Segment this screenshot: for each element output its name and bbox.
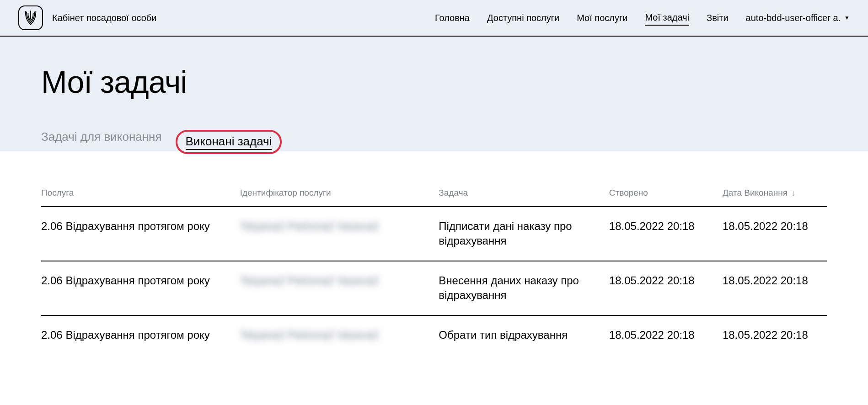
table-header-row: Послуга Ідентифікатор послуги Задача Ств… (41, 188, 827, 207)
cell-identifier: Tetyana2 Petrivna2 Vaseva2 (240, 328, 430, 342)
col-header-service[interactable]: Послуга (41, 188, 231, 198)
page-header-section: Мої задачі Задачі для виконання Виконані… (0, 37, 868, 151)
cell-service: 2.06 Відрахування протягом року (41, 219, 231, 249)
main-nav: Головна Доступні послуги Мої послуги Мої… (435, 11, 850, 26)
cell-created: 18.05.2022 20:18 (609, 273, 713, 303)
nav-available-services[interactable]: Доступні послуги (487, 11, 559, 25)
app-title: Кабінет посадової особи (52, 13, 157, 23)
nav-my-tasks[interactable]: Мої задачі (645, 11, 689, 26)
table-row[interactable]: 2.06 Відрахування протягом року Tetyana2… (41, 207, 827, 261)
user-menu-dropdown[interactable]: auto-bdd-user-officer a. ▼ (746, 13, 850, 23)
cell-task: Внесення даних наказу про відрахування (439, 273, 600, 303)
nav-home[interactable]: Головна (435, 11, 470, 25)
col-header-task[interactable]: Задача (439, 188, 600, 198)
col-header-created[interactable]: Створено (609, 188, 713, 198)
cell-completed: 18.05.2022 20:18 (723, 328, 827, 342)
cell-task: Підписати дані наказу про відрахування (439, 219, 600, 249)
caret-down-icon: ▼ (844, 15, 850, 21)
header-left: Кабінет посадової особи (18, 5, 157, 30)
table-row[interactable]: 2.06 Відрахування протягом року Tetyana2… (41, 261, 827, 316)
cell-task: Обрати тип відрахування (439, 328, 600, 342)
nav-my-services[interactable]: Мої послуги (577, 11, 627, 25)
page-title: Мої задачі (41, 64, 827, 100)
col-header-identifier[interactable]: Ідентифікатор послуги (240, 188, 430, 198)
tab-completed-tasks[interactable]: Виконані задачі (186, 134, 272, 150)
col-header-completed[interactable]: Дата Виконання ↓ (723, 188, 827, 198)
cell-identifier: Tetyana2 Petrivna2 Vaseva2 (240, 273, 430, 303)
sort-arrow-down-icon: ↓ (791, 188, 795, 198)
trident-logo-icon[interactable] (18, 5, 43, 30)
cell-completed: 18.05.2022 20:18 (723, 219, 827, 249)
tasks-table-section: Послуга Ідентифікатор послуги Задача Ств… (0, 151, 868, 373)
nav-reports[interactable]: Звіти (707, 11, 728, 25)
user-label: auto-bdd-user-officer a. (746, 13, 841, 23)
table-row[interactable]: 2.06 Відрахування протягом року Tetyana2… (41, 316, 827, 354)
cell-created: 18.05.2022 20:18 (609, 219, 713, 249)
annotation-highlight: Виконані задачі (176, 130, 282, 154)
col-header-completed-label: Дата Виконання (723, 188, 788, 198)
cell-service: 2.06 Відрахування протягом року (41, 273, 231, 303)
tab-pending-tasks[interactable]: Задачі для виконання (41, 130, 162, 149)
main-header: Кабінет посадової особи Головна Доступні… (0, 0, 868, 37)
cell-identifier: Tetyana2 Petrivna2 Vaseva2 (240, 219, 430, 249)
cell-service: 2.06 Відрахування протягом року (41, 328, 231, 342)
cell-created: 18.05.2022 20:18 (609, 328, 713, 342)
cell-completed: 18.05.2022 20:18 (723, 273, 827, 303)
tabs-bar: Задачі для виконання Виконані задачі (41, 127, 827, 151)
